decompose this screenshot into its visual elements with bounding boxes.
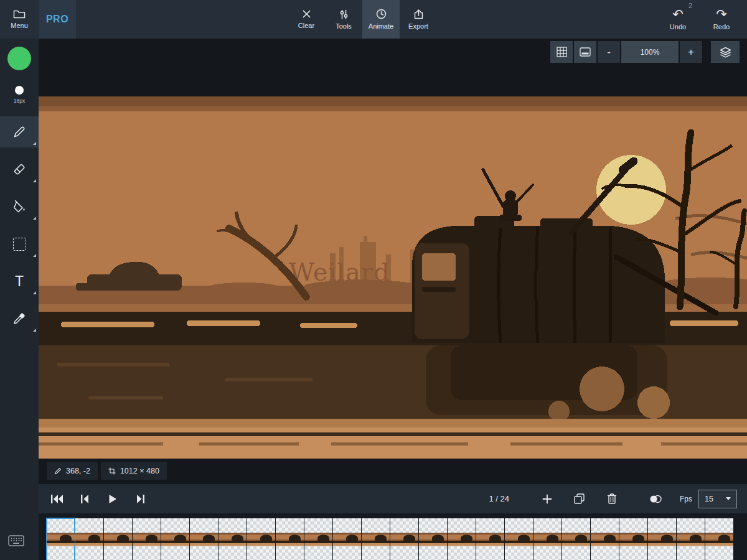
frame-thumbnail[interactable] (333, 518, 361, 560)
frame-thumbnail-art (218, 533, 247, 546)
frame-thumbnail[interactable] (247, 518, 275, 560)
frame-thumbnail[interactable] (705, 518, 733, 560)
grid-toggle-button[interactable] (550, 41, 573, 63)
layers-icon (720, 47, 731, 58)
previous-frame-icon (80, 494, 89, 504)
frame-thumbnail-art (390, 533, 418, 546)
frame-thumbnail[interactable] (448, 518, 476, 560)
frame-thumbnail[interactable] (304, 518, 332, 560)
add-frame-button[interactable] (537, 490, 558, 508)
frame-thumbnail-art (247, 533, 275, 546)
clear-button[interactable]: Clear (288, 0, 325, 39)
next-frame-button[interactable] (131, 490, 150, 508)
topbar-actions: Clear Tools Animate Export (288, 0, 437, 39)
duplicate-icon (574, 493, 585, 504)
frame-thumbnail-art (419, 533, 447, 546)
skip-first-frame-button[interactable] (47, 490, 66, 508)
duplicate-frame-button[interactable] (569, 490, 590, 508)
redo-icon: ↷ (716, 9, 727, 20)
tools-button[interactable]: Tools (325, 0, 362, 39)
frame-thumbnail-art (362, 533, 390, 546)
export-label: Export (408, 22, 428, 30)
frame-thumbnail[interactable] (104, 518, 132, 560)
brush-size-button[interactable] (15, 86, 24, 95)
eraser-icon (12, 162, 26, 176)
layers-button[interactable] (711, 41, 740, 63)
frame-thumbnail[interactable] (419, 518, 447, 560)
frame-thumbnail-art (505, 533, 533, 546)
frame-thumbnail[interactable] (47, 518, 75, 560)
pro-badge[interactable]: PRO (39, 0, 76, 39)
pencil-icon (12, 125, 26, 139)
x-icon (302, 9, 311, 19)
frame-thumbnail[interactable] (619, 518, 647, 560)
keyboard-icon (8, 535, 24, 546)
redo-button[interactable]: ↷ Redo (700, 0, 743, 39)
frame-thumbnail[interactable] (677, 518, 705, 560)
trash-icon (607, 493, 617, 504)
frame-thumbnail[interactable] (133, 518, 161, 560)
eyedropper-icon (12, 312, 26, 325)
tool-fill[interactable] (0, 191, 39, 222)
play-button[interactable] (103, 490, 122, 508)
frame-thumbnail-art (333, 533, 361, 546)
onion-skin-button[interactable] (645, 490, 666, 508)
tool-sidebar: 16px T (0, 39, 39, 560)
tools-label: Tools (336, 22, 352, 30)
onion-skin-icon (649, 494, 662, 504)
export-button[interactable]: Export (400, 0, 437, 39)
canvas-area: - 100% + Weilard (39, 39, 747, 560)
delete-frame-button[interactable] (601, 490, 622, 508)
folder-icon (13, 9, 26, 19)
clock-icon (376, 9, 387, 19)
frame-thumbnail[interactable] (476, 518, 504, 560)
animate-button[interactable]: Animate (362, 0, 400, 39)
frame-thumbnail-art (705, 533, 733, 546)
tool-select[interactable] (0, 228, 39, 259)
tool-eraser[interactable] (0, 154, 39, 185)
frame-thumbnail[interactable] (591, 518, 619, 560)
canvas-toolbar: - 100% + (550, 41, 740, 63)
zoom-level[interactable]: 100% (621, 41, 679, 63)
frame-thumbnail[interactable] (390, 518, 418, 560)
pencil-mini-icon (54, 467, 62, 475)
paint-bucket-icon (12, 200, 26, 213)
previous-frame-button[interactable] (75, 490, 94, 508)
frame-thumbnail-art (648, 533, 676, 546)
frame-thumbnail[interactable] (75, 518, 103, 560)
frame-counter: 1 / 24 (489, 494, 509, 503)
selection-icon (13, 238, 26, 251)
top-toolbar: Menu PRO Clear Tools Animate Export 2 ↶ … (0, 0, 747, 39)
undo-button[interactable]: 2 ↶ Undo (656, 0, 700, 39)
frame-thumbnail[interactable] (648, 518, 676, 560)
menu-button[interactable]: Menu (0, 0, 39, 39)
frame-thumbnail[interactable] (505, 518, 533, 560)
frame-thumbnail-art (133, 533, 161, 546)
crop-icon (108, 467, 116, 475)
frame-thumbnail[interactable] (161, 518, 189, 560)
tool-eyedropper[interactable] (0, 303, 39, 334)
frame-thumbnail[interactable] (533, 518, 561, 560)
tool-pencil[interactable] (0, 116, 39, 147)
chevron-down-icon (726, 497, 731, 500)
keyboard-toggle-button[interactable] (8, 535, 24, 546)
fps-dropdown[interactable]: 15 (698, 490, 737, 508)
frame-thumbnail[interactable] (190, 518, 218, 560)
zoom-in-button[interactable]: + (680, 41, 702, 63)
color-swatch[interactable] (7, 47, 31, 70)
share-icon (413, 9, 424, 19)
frame-thumbnail[interactable] (276, 518, 304, 560)
pixel-art-canvas[interactable]: Weilard (39, 96, 747, 459)
frame-thumbnail[interactable] (562, 518, 590, 560)
frame-thumbnail-art (448, 533, 476, 546)
preview-panel-button[interactable] (574, 41, 596, 63)
frame-thumbnail[interactable] (362, 518, 390, 560)
animate-label: Animate (369, 22, 393, 30)
frame-thumbnail[interactable] (218, 518, 247, 560)
zoom-out-button[interactable]: - (598, 41, 620, 63)
frame-thumbnail-art (476, 533, 504, 546)
frame-thumbnail-art (619, 533, 647, 546)
brush-size-label: 16px (14, 98, 25, 104)
tool-text[interactable]: T (0, 266, 39, 297)
plus-icon (542, 494, 552, 504)
